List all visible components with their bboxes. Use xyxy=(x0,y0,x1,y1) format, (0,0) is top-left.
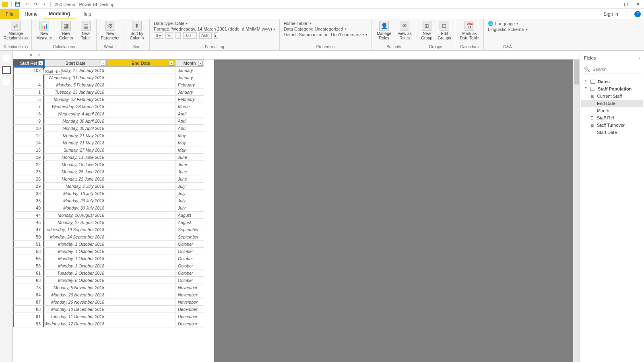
cell-end-date[interactable] xyxy=(107,241,175,248)
cell-month[interactable]: September xyxy=(175,226,204,233)
table-row[interactable]: 4Monday, 5 February 2018February xyxy=(13,81,214,88)
cell-start-date[interactable]: Monday, 30 July 2018 xyxy=(44,204,107,212)
table-row[interactable]: 35Monday, 23 July 2018July xyxy=(13,197,214,204)
cell-end-date[interactable] xyxy=(107,212,175,219)
table-row[interactable]: 91Tuesday, 11 December 2018December xyxy=(13,313,214,320)
cell-start-date[interactable]: Monday, 2 July 2018 xyxy=(44,183,107,190)
table-row[interactable]: 78Monday, 5 November 2018November xyxy=(13,284,214,291)
cell-month[interactable]: July xyxy=(175,183,204,190)
formula-bar[interactable]: ✕ ✓ xyxy=(13,51,580,60)
cell-end-date[interactable] xyxy=(107,161,175,168)
field-node[interactable]: ΣStaff Ref xyxy=(581,114,643,121)
cell-staff-ref[interactable] xyxy=(13,74,44,81)
cell-staff-ref[interactable]: 45 xyxy=(13,219,44,226)
cell-start-date[interactable]: Wednesday, 12 December 2018 xyxy=(44,320,107,327)
scrollbar-thumb[interactable] xyxy=(574,60,579,84)
chevron-down-icon[interactable]: ▾ xyxy=(310,22,312,25)
table-row[interactable]: 16Sunday, 27 May 2018May xyxy=(13,146,214,154)
cell-staff-ref[interactable]: 50 xyxy=(13,233,44,241)
cell-month[interactable]: June xyxy=(175,154,204,161)
cell-month[interactable]: April xyxy=(175,110,204,117)
cell-staff-ref[interactable]: 5 xyxy=(13,96,44,103)
cell-staff-ref[interactable]: 58 xyxy=(13,262,44,269)
cell-month[interactable]: May xyxy=(175,139,204,146)
cell-end-date[interactable] xyxy=(107,146,175,154)
cell-start-date[interactable]: Monday, 23 July 2018 xyxy=(44,197,107,204)
chevron-right-icon[interactable]: › xyxy=(638,56,640,60)
cell-start-date[interactable]: Monday, 26 November 2018 xyxy=(44,298,107,306)
cell-staff-ref[interactable]: 102 xyxy=(13,67,44,74)
currency-button[interactable]: $ ▾ xyxy=(154,32,163,39)
cell-staff-ref[interactable]: 8 xyxy=(13,110,44,117)
cell-month[interactable]: December xyxy=(175,313,204,320)
table-row[interactable]: 9Monday, 30 April 2018April xyxy=(13,117,214,125)
cell-month[interactable]: January xyxy=(175,74,204,81)
cell-month[interactable]: October xyxy=(175,277,204,284)
cell-staff-ref[interactable]: 22 xyxy=(13,161,44,168)
cell-staff-ref[interactable]: 53 xyxy=(13,248,44,255)
minimize-icon[interactable]: — xyxy=(608,0,620,9)
cell-staff-ref[interactable]: 29 xyxy=(13,183,44,190)
cell-end-date[interactable] xyxy=(107,139,175,146)
chevron-down-icon[interactable]: ▾ xyxy=(345,27,347,31)
cell-start-date[interactable]: Monday, 1 October 2018 xyxy=(44,248,107,255)
new-parameter-button[interactable]: ⚙NewParameter xyxy=(99,20,122,40)
table-row[interactable]: 61Tuesday, 2 October 2018October xyxy=(13,269,214,277)
format-dropdown[interactable]: Format: *Wednesday, 14 March 2001 (dddd,… xyxy=(154,27,272,31)
cell-staff-ref[interactable]: 1 xyxy=(13,88,44,96)
table-node[interactable]: ˄Dates xyxy=(581,78,643,85)
data-type-dropdown[interactable]: Data type: Date xyxy=(154,21,184,26)
cell-end-date[interactable] xyxy=(107,103,175,110)
cell-end-date[interactable] xyxy=(107,219,175,226)
cell-end-date[interactable] xyxy=(107,313,175,320)
cell-month[interactable]: August xyxy=(175,219,204,226)
cell-start-date[interactable]: Monday, 11 June 2018 xyxy=(44,154,107,161)
field-node[interactable]: ▦Current Staff xyxy=(581,93,643,100)
cell-staff-ref[interactable]: 19 xyxy=(13,154,44,161)
chevron-up-icon[interactable]: ˄ xyxy=(623,10,630,18)
cell-month[interactable]: March xyxy=(175,103,204,110)
cell-month[interactable]: July xyxy=(175,190,204,197)
undo-icon[interactable]: ↶ xyxy=(23,1,30,8)
qat-dropdown-icon[interactable]: ▾ xyxy=(41,1,48,8)
table-row[interactable]: 84Monday, 26 November 2018November xyxy=(13,291,214,298)
cell-start-date[interactable]: Monday, 1 October 2018 xyxy=(44,262,107,269)
cell-staff-ref[interactable]: 25 xyxy=(13,168,44,175)
table-row[interactable]: Wednesday, 31 January 2018January xyxy=(13,74,214,81)
table-row[interactable]: 1Tuesday, 23 January 2018January xyxy=(13,88,214,96)
cell-staff-ref[interactable]: 33 xyxy=(13,190,44,197)
cell-staff-ref[interactable]: 35 xyxy=(13,197,44,204)
decimal-decrease-button[interactable]: .00 xyxy=(183,32,197,39)
cell-month[interactable]: October xyxy=(175,262,204,269)
cell-end-date[interactable] xyxy=(107,233,175,241)
sign-in-link[interactable]: Sign in xyxy=(599,11,622,17)
cell-start-date[interactable]: Tuesday, 23 January 2018 xyxy=(44,88,107,96)
cell-start-date[interactable]: Monday, 27 August 2018 xyxy=(44,219,107,226)
cell-staff-ref[interactable]: 91 xyxy=(13,313,44,320)
cell-end-date[interactable] xyxy=(107,81,175,88)
cell-start-date[interactable]: Monday, 16 July 2018 xyxy=(44,190,107,197)
cell-end-date[interactable] xyxy=(107,197,175,204)
cell-staff-ref[interactable]: 26 xyxy=(13,175,44,183)
cell-end-date[interactable] xyxy=(107,320,175,327)
new-group-button[interactable]: ⊞NewGroup xyxy=(419,20,435,40)
cell-month[interactable]: February xyxy=(175,81,204,88)
cell-end-date[interactable] xyxy=(107,96,175,103)
cell-end-date[interactable] xyxy=(107,132,175,139)
data-view-icon[interactable] xyxy=(3,67,10,73)
chevron-down-icon[interactable]: ▾ xyxy=(365,33,367,37)
cell-start-date[interactable]: Monday, 5 November 2018 xyxy=(44,284,107,291)
cell-start-date[interactable]: Monday, 8 October 2018 xyxy=(44,277,107,284)
mark-date-table-button[interactable]: 📅Mark asDate Table xyxy=(458,20,481,40)
cell-month[interactable]: November xyxy=(175,298,204,306)
table-node[interactable]: ˅Staff Population xyxy=(581,85,643,93)
field-node[interactable]: ▦Staff Turnover xyxy=(581,121,643,129)
cell-start-date[interactable]: Monday, 25 June 2018 xyxy=(44,168,107,175)
cell-month[interactable]: December xyxy=(175,320,204,327)
cell-month[interactable]: November xyxy=(175,284,204,291)
column-header-staff-ref[interactable]: Staff Ref▾ xyxy=(13,60,44,67)
cell-start-date[interactable]: Monday, 1 October 2018 xyxy=(44,255,107,262)
cell-month[interactable]: January xyxy=(175,88,204,96)
new-table-button[interactable]: ▤NewTable xyxy=(78,20,94,40)
table-row[interactable]: 8Wednesday, 4 April 2018April xyxy=(13,110,214,117)
